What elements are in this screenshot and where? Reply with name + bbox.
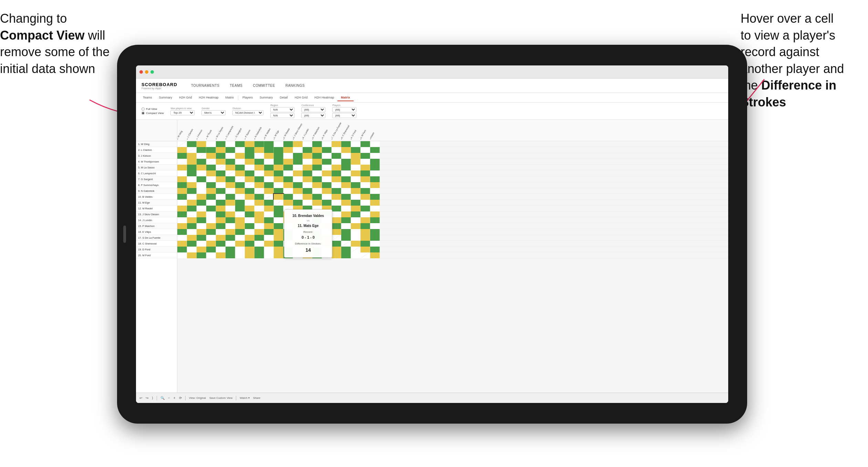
cell-11-13[interactable] [293, 200, 303, 206]
cell-1-12[interactable] [283, 141, 293, 147]
tab-players[interactable]: Players [239, 94, 256, 101]
cell-1-20[interactable] [360, 141, 370, 147]
cell-11-6[interactable] [226, 200, 235, 206]
cell-16-5[interactable] [216, 229, 226, 235]
cell-2-8[interactable] [245, 147, 254, 153]
browser-minimize-btn[interactable] [145, 70, 148, 74]
cell-2-10[interactable] [264, 147, 274, 153]
cell-11-2[interactable] [187, 200, 197, 206]
cell-19-19[interactable] [351, 247, 360, 252]
cell-20-4[interactable] [206, 252, 216, 258]
cell-14-21[interactable] [370, 217, 380, 223]
cell-11-19[interactable] [351, 200, 360, 206]
cell-6-3[interactable] [197, 170, 206, 176]
cell-15-18[interactable] [341, 223, 351, 229]
cell-2-6[interactable] [226, 147, 235, 153]
cell-14-17[interactable] [332, 217, 341, 223]
cell-1-8[interactable] [245, 141, 254, 147]
cell-5-19[interactable] [351, 165, 360, 170]
cell-3-15[interactable] [312, 153, 322, 159]
cell-13-17[interactable] [332, 211, 341, 217]
cell-8-7[interactable] [235, 182, 245, 188]
cell-14-18[interactable] [341, 217, 351, 223]
cell-6-12[interactable] [283, 170, 293, 176]
cell-8-11[interactable] [274, 182, 283, 188]
cell-14-10[interactable] [264, 217, 274, 223]
tab-matrix[interactable]: Matrix [222, 94, 238, 101]
cell-11-9[interactable] [254, 200, 264, 206]
cell-2-3[interactable] [197, 147, 206, 153]
cell-6-19[interactable] [351, 170, 360, 176]
cell-18-11[interactable] [274, 241, 283, 247]
cell-9-11[interactable] [274, 188, 283, 194]
cell-3-8[interactable] [245, 153, 254, 159]
cell-5-14[interactable] [303, 165, 312, 170]
cell-19-9[interactable] [254, 247, 264, 252]
cell-5-9[interactable] [254, 165, 264, 170]
cell-11-3[interactable] [197, 200, 206, 206]
cell-4-20[interactable] [360, 159, 370, 165]
cell-14-9[interactable] [254, 217, 264, 223]
tab-matrix2[interactable]: Matrix [337, 94, 354, 101]
cell-2-1[interactable] [177, 147, 187, 153]
cell-1-18[interactable] [341, 141, 351, 147]
cell-10-9[interactable] [254, 194, 264, 200]
cell-7-15[interactable] [312, 176, 322, 182]
cell-5-16[interactable] [322, 165, 332, 170]
cell-19-4[interactable] [206, 247, 216, 252]
cell-11-17[interactable] [332, 200, 341, 206]
cell-20-21[interactable] [370, 252, 380, 258]
cell-14-2[interactable] [187, 217, 197, 223]
cell-13-1[interactable] [177, 211, 187, 217]
cell-8-12[interactable] [283, 182, 293, 188]
cell-6-6[interactable] [226, 170, 235, 176]
cell-6-17[interactable] [332, 170, 341, 176]
cell-5-2[interactable] [187, 165, 197, 170]
cell-15-17[interactable] [332, 223, 341, 229]
cell-4-10[interactable] [264, 159, 274, 165]
cell-13-9[interactable] [254, 211, 264, 217]
cell-11-5[interactable] [216, 200, 226, 206]
cell-1-2[interactable] [187, 141, 197, 147]
cell-3-16[interactable] [322, 153, 332, 159]
cell-16-7[interactable] [235, 229, 245, 235]
cell-8-4[interactable] [206, 182, 216, 188]
cell-9-9[interactable] [254, 188, 264, 194]
cell-10-18[interactable] [341, 194, 351, 200]
cell-16-19[interactable] [351, 229, 360, 235]
cell-13-19[interactable] [351, 211, 360, 217]
cell-2-15[interactable] [312, 147, 322, 153]
cell-7-12[interactable] [283, 176, 293, 182]
cell-6-4[interactable] [206, 170, 216, 176]
cell-17-4[interactable] [206, 235, 216, 241]
cell-20-1[interactable] [177, 252, 187, 258]
cell-14-5[interactable] [216, 217, 226, 223]
cell-16-21[interactable] [370, 229, 380, 235]
cell-11-4[interactable] [206, 200, 216, 206]
cell-18-21[interactable] [370, 241, 380, 247]
cell-9-20[interactable] [360, 188, 370, 194]
cell-6-10[interactable] [264, 170, 274, 176]
nav-rankings[interactable]: RANKINGS [285, 84, 305, 87]
max-players-select[interactable]: Top 25 [170, 110, 195, 115]
tab-h2h-grid2[interactable]: H2H Grid [291, 94, 311, 101]
cell-11-1[interactable] [177, 200, 187, 206]
cell-5-6[interactable] [226, 165, 235, 170]
view-original-button[interactable]: View: Original [189, 396, 206, 399]
cell-9-12[interactable] [283, 188, 293, 194]
cell-16-4[interactable] [206, 229, 216, 235]
cell-12-2[interactable] [187, 206, 197, 211]
region-select1[interactable]: N/A [270, 107, 294, 112]
cell-8-18[interactable] [341, 182, 351, 188]
cell-6-21[interactable] [370, 170, 380, 176]
cell-10-1[interactable] [177, 194, 187, 200]
cell-7-21[interactable] [370, 176, 380, 182]
cell-7-9[interactable] [254, 176, 264, 182]
cell-18-18[interactable] [341, 241, 351, 247]
cell-19-8[interactable] [245, 247, 254, 252]
cell-7-4[interactable] [206, 176, 216, 182]
cell-19-1[interactable] [177, 247, 187, 252]
cell-2-18[interactable] [341, 147, 351, 153]
cell-6-18[interactable] [341, 170, 351, 176]
cell-1-9[interactable] [254, 141, 264, 147]
